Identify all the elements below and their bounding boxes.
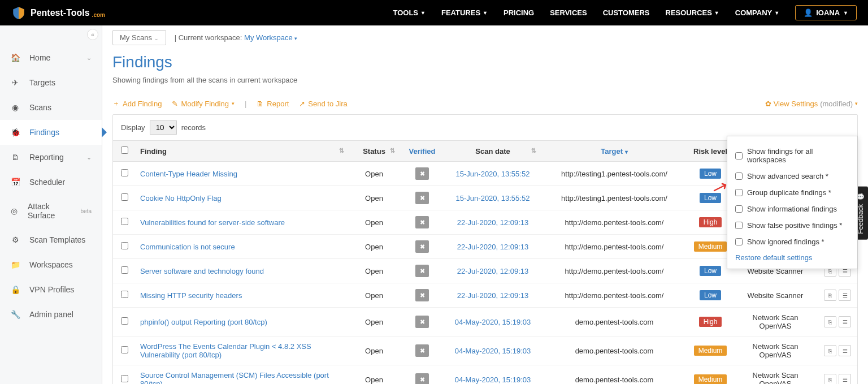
row-checkbox[interactable] bbox=[121, 266, 128, 274]
row-checkbox[interactable] bbox=[121, 375, 128, 382]
risk-badge: Low bbox=[700, 290, 721, 300]
logo[interactable]: Pentest-Tools .com bbox=[11, 6, 105, 20]
scan-date[interactable]: 04-May-2020, 15:19:03 bbox=[455, 347, 531, 355]
finding-link[interactable]: phpinfo() output Reporting (port 80/tcp) bbox=[140, 318, 267, 326]
sidebar-item-scan-templates[interactable]: ⚙Scan Templates bbox=[0, 227, 102, 252]
report-button[interactable]: 🗎Report bbox=[257, 100, 289, 108]
scan-date[interactable]: 15-Jun-2020, 13:55:52 bbox=[456, 194, 530, 202]
verify-button[interactable]: ✖ bbox=[415, 265, 429, 277]
caret-down-icon: ▼ bbox=[774, 10, 779, 16]
copy-button[interactable]: ⎘ bbox=[824, 374, 836, 384]
col-verified[interactable]: Verified bbox=[400, 141, 445, 162]
verify-button[interactable]: ✖ bbox=[415, 192, 429, 204]
row-checkbox[interactable] bbox=[121, 169, 128, 176]
sidebar-item-reporting[interactable]: 🗎Reporting⌄ bbox=[0, 145, 102, 170]
calendar-icon: 📅 bbox=[10, 177, 20, 187]
toolbar: ＋Add Finding ✎Modify Finding ▾ | 🗎Report… bbox=[112, 98, 858, 109]
plus-icon: ＋ bbox=[112, 98, 120, 109]
finding-link[interactable]: WordPress The Events Calendar Plugin < 4… bbox=[140, 342, 311, 359]
nav-services[interactable]: SERVICES bbox=[550, 8, 587, 17]
sidebar-item-vpn[interactable]: 🔒VPN Profiles bbox=[0, 277, 102, 302]
user-menu[interactable]: 👤IOANA▼ bbox=[795, 5, 857, 20]
scan-date[interactable]: 22-Jul-2020, 12:09:13 bbox=[457, 267, 528, 275]
nav-customers[interactable]: CUSTOMERS bbox=[603, 8, 650, 17]
status-cell: Open bbox=[349, 186, 400, 210]
row-checkbox[interactable] bbox=[121, 218, 128, 225]
sidebar-item-admin[interactable]: 🔧Admin panel bbox=[0, 302, 102, 327]
sidebar-item-home[interactable]: 🏠Home⌄ bbox=[0, 45, 102, 70]
verify-button[interactable]: ✖ bbox=[415, 289, 429, 301]
finding-link[interactable]: Cookie No HttpOnly Flag bbox=[140, 194, 222, 202]
sidebar-item-findings[interactable]: 🐞Findings bbox=[0, 120, 102, 145]
opt-advanced-search[interactable]: Show advanced search * bbox=[735, 168, 849, 184]
scan-date[interactable]: 04-May-2020, 15:19:03 bbox=[455, 318, 531, 326]
row-checkbox[interactable] bbox=[121, 317, 128, 325]
add-finding-button[interactable]: ＋Add Finding bbox=[112, 98, 162, 109]
copy-button[interactable]: ⎘ bbox=[824, 345, 836, 356]
scan-date[interactable]: 22-Jul-2020, 12:09:13 bbox=[457, 218, 528, 227]
row-checkbox[interactable] bbox=[121, 346, 128, 353]
verify-button[interactable]: ✖ bbox=[415, 344, 429, 357]
scan-date[interactable]: 22-Jul-2020, 12:09:13 bbox=[457, 243, 528, 251]
opt-false-positive[interactable]: Show false positive findings * bbox=[735, 217, 849, 234]
scan-date[interactable]: 15-Jun-2020, 13:55:52 bbox=[456, 170, 530, 178]
copy-button[interactable]: ⎘ bbox=[824, 316, 836, 327]
caret-down-icon: ▾ bbox=[294, 36, 297, 41]
verify-button[interactable]: ✖ bbox=[415, 240, 429, 253]
tool-cell: Network ScanOpenVAS bbox=[733, 365, 818, 385]
finding-link[interactable]: Source Control Management (SCM) Files Ac… bbox=[140, 371, 329, 384]
view-settings-button[interactable]: ✿View Settings (modified) ▾ bbox=[765, 100, 858, 108]
list-button[interactable]: ☰ bbox=[839, 316, 851, 327]
finding-link[interactable]: Vulnerabilities found for server-side so… bbox=[140, 218, 285, 227]
sidebar-item-workspaces[interactable]: 📁Workspaces bbox=[0, 252, 102, 277]
opt-all-workspaces[interactable]: Show findings for all workspaces bbox=[735, 143, 849, 168]
opt-group-duplicates[interactable]: Group duplicate findings * bbox=[735, 184, 849, 201]
workspace-selector[interactable]: My Workspace ▾ bbox=[244, 33, 297, 42]
scan-date[interactable]: 04-May-2020, 15:19:03 bbox=[455, 376, 531, 384]
col-status[interactable]: Status bbox=[349, 141, 400, 162]
send-to-jira-button[interactable]: ↗Send to Jira bbox=[299, 100, 347, 108]
list-button[interactable]: ☰ bbox=[839, 290, 851, 301]
col-scan-date[interactable]: Scan date bbox=[445, 141, 541, 162]
records-per-page-select[interactable]: 10 bbox=[150, 120, 177, 135]
finding-link[interactable]: Content-Type Header Missing bbox=[140, 170, 237, 178]
risk-badge: Low bbox=[700, 266, 721, 276]
nav-tools[interactable]: TOOLS▼ bbox=[393, 8, 425, 17]
verify-button[interactable]: ✖ bbox=[415, 216, 429, 228]
nav-resources[interactable]: RESOURCES▼ bbox=[666, 8, 719, 17]
verify-button[interactable]: ✖ bbox=[415, 373, 429, 384]
opt-ignored[interactable]: Show ignored findings * bbox=[735, 234, 849, 250]
list-button[interactable]: ☰ bbox=[839, 374, 851, 384]
modify-finding-button[interactable]: ✎Modify Finding ▾ bbox=[172, 100, 235, 108]
sidebar-item-targets[interactable]: ✈Targets bbox=[0, 70, 102, 95]
nav-company[interactable]: COMPANY▼ bbox=[735, 8, 779, 17]
collapse-sidebar-button[interactable]: « bbox=[87, 29, 98, 40]
sidebar-item-scheduler[interactable]: 📅Scheduler bbox=[0, 170, 102, 195]
my-scans-dropdown[interactable]: My Scans ⌄ bbox=[112, 30, 166, 45]
nav-pricing[interactable]: PRICING bbox=[504, 8, 534, 17]
caret-down-icon: ⌄ bbox=[154, 36, 159, 41]
opt-informational[interactable]: Show informational findings bbox=[735, 201, 849, 217]
risk-badge: High bbox=[699, 317, 722, 327]
col-risk[interactable]: Risk level bbox=[688, 141, 733, 162]
row-checkbox[interactable] bbox=[121, 242, 128, 249]
verify-button[interactable]: ✖ bbox=[415, 316, 429, 328]
select-all-header[interactable] bbox=[113, 141, 136, 162]
sidebar-item-scans[interactable]: ◉Scans bbox=[0, 95, 102, 120]
list-button[interactable]: ☰ bbox=[839, 345, 851, 356]
table-row: Missing HTTP security headersOpen✖22-Jul… bbox=[113, 283, 857, 308]
verify-button[interactable]: ✖ bbox=[415, 167, 429, 180]
row-checkbox[interactable] bbox=[121, 193, 128, 201]
finding-link[interactable]: Missing HTTP security headers bbox=[140, 291, 242, 300]
select-all-checkbox[interactable] bbox=[121, 146, 128, 154]
row-checkbox[interactable] bbox=[121, 291, 128, 298]
sidebar-item-attack-surface[interactable]: ◎Attack Surfacebeta bbox=[0, 195, 102, 227]
finding-link[interactable]: Server software and technology found bbox=[140, 267, 264, 275]
col-target[interactable]: Target ▾ bbox=[541, 141, 688, 162]
finding-link[interactable]: Communication is not secure bbox=[140, 243, 235, 251]
copy-button[interactable]: ⎘ bbox=[824, 290, 836, 301]
col-finding[interactable]: Finding bbox=[136, 141, 349, 162]
scan-date[interactable]: 22-Jul-2020, 12:09:13 bbox=[457, 291, 528, 300]
nav-features[interactable]: FEATURES▼ bbox=[441, 8, 488, 17]
restore-defaults-link[interactable]: Restore default settings bbox=[735, 250, 849, 262]
